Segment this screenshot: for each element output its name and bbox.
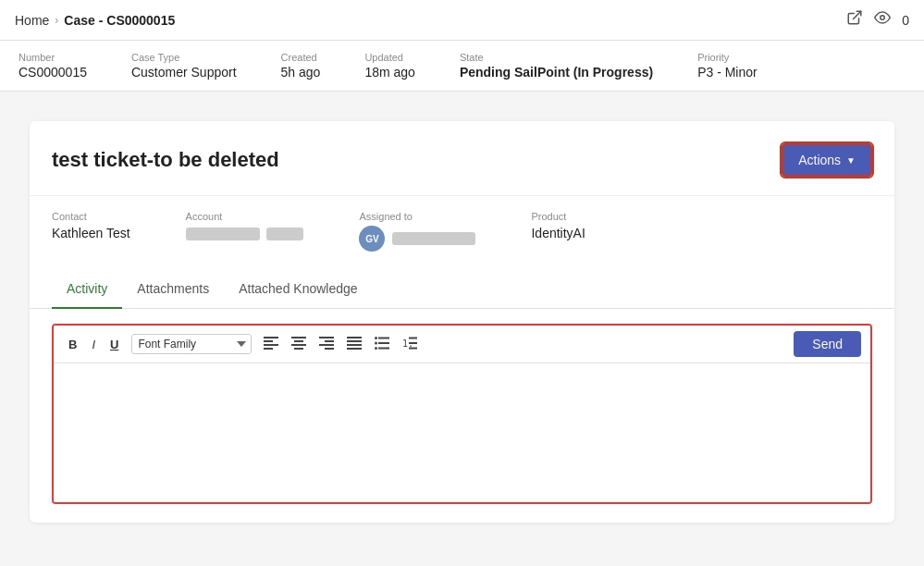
svg-rect-17	[347, 348, 362, 350]
case-number-value: CS0000015	[18, 65, 87, 80]
actions-caret: ▼	[846, 155, 856, 166]
svg-rect-11	[325, 340, 334, 342]
case-type-value: Customer Support	[131, 65, 237, 80]
unordered-list-button[interactable]	[370, 333, 394, 356]
svg-rect-9	[294, 348, 303, 350]
svg-point-22	[375, 347, 377, 350]
assigned-label: Assigned to	[359, 211, 475, 222]
created-label: Created	[281, 52, 321, 63]
svg-rect-6	[291, 337, 306, 338]
account-blurred-2	[266, 228, 303, 240]
svg-rect-15	[347, 340, 362, 342]
tabs-section: Activity Attachments Attached Knowledge	[30, 270, 894, 309]
actions-label: Actions	[798, 153, 841, 167]
state-label: State	[460, 52, 653, 63]
case-number-field: Number CS0000015	[18, 52, 87, 80]
external-link-icon[interactable]	[846, 9, 863, 31]
svg-rect-10	[319, 337, 334, 338]
tab-activity[interactable]: Activity	[52, 270, 122, 309]
font-family-select[interactable]: Font Family Arial Georgia Times New Roma…	[131, 334, 252, 354]
priority-field: Priority P3 - Minor	[697, 52, 758, 80]
state-value: Pending SailPoint (In Progress)	[460, 65, 653, 80]
page-title: Case - CS0000015	[64, 13, 175, 28]
editor-body[interactable]	[54, 363, 870, 502]
contact-details-row: Contact Kathleen Test Account Assigned t…	[30, 196, 894, 270]
product-field: Product IdentityAI	[531, 211, 585, 252]
updated-label: Updated	[364, 52, 414, 63]
svg-point-1	[881, 16, 885, 20]
svg-rect-21	[378, 342, 389, 344]
created-value: 5h ago	[281, 65, 321, 80]
contact-label: Contact	[52, 211, 130, 222]
editor-toolbar: B I U Font Family Arial Georgia Times Ne…	[54, 326, 870, 363]
tab-attachments[interactable]: Attachments	[122, 270, 224, 309]
align-justify-button[interactable]	[342, 333, 366, 356]
case-type-field: Case Type Customer Support	[131, 52, 237, 80]
svg-rect-27	[409, 347, 417, 349]
top-bar-actions: 0	[846, 9, 909, 31]
align-center-button[interactable]	[287, 333, 311, 356]
ticket-header: test ticket-to be deleted Actions ▼	[30, 121, 894, 196]
breadcrumb-separator: ›	[55, 14, 58, 27]
svg-line-0	[854, 11, 861, 18]
eye-icon[interactable]	[874, 9, 891, 31]
svg-rect-3	[264, 340, 273, 342]
state-field: State Pending SailPoint (In Progress)	[460, 52, 653, 80]
svg-rect-2	[264, 337, 278, 338]
svg-point-20	[375, 341, 377, 344]
svg-point-18	[375, 337, 377, 339]
product-label: Product	[531, 211, 585, 222]
svg-rect-12	[319, 344, 334, 346]
priority-label: Priority	[697, 52, 758, 63]
account-value	[186, 226, 304, 240]
priority-value: P3 - Minor	[697, 65, 758, 80]
account-blurred	[186, 228, 260, 240]
svg-rect-16	[347, 344, 362, 346]
svg-rect-25	[409, 337, 417, 338]
actions-button[interactable]: Actions ▼	[782, 143, 872, 177]
svg-rect-5	[264, 348, 273, 350]
bold-button[interactable]: B	[63, 334, 82, 355]
align-right-button[interactable]	[314, 333, 339, 356]
case-number-label: Number	[18, 52, 87, 63]
italic-button[interactable]: I	[86, 334, 101, 355]
svg-rect-19	[378, 337, 389, 338]
assigned-blurred	[392, 232, 475, 245]
case-type-label: Case Type	[131, 52, 237, 63]
tab-attached-knowledge[interactable]: Attached Knowledge	[224, 270, 372, 309]
editor-section: B I U Font Family Arial Georgia Times Ne…	[30, 309, 894, 523]
underline-button[interactable]: U	[105, 334, 124, 355]
avatar: GV	[359, 226, 385, 252]
align-left-button[interactable]	[259, 333, 283, 356]
contact-value: Kathleen Test	[52, 226, 130, 240]
send-button[interactable]: Send	[794, 331, 861, 357]
home-link[interactable]: Home	[15, 13, 49, 28]
assigned-row: GV	[359, 226, 475, 252]
svg-rect-4	[264, 344, 278, 346]
account-label: Account	[186, 211, 304, 222]
product-value: IdentityAI	[531, 226, 585, 240]
editor-wrapper: B I U Font Family Arial Georgia Times Ne…	[52, 324, 872, 504]
ordered-list-button[interactable]: 1.	[398, 333, 422, 356]
main-card: test ticket-to be deleted Actions ▼ Cont…	[30, 121, 894, 523]
ticket-title: test ticket-to be deleted	[52, 148, 279, 172]
svg-rect-26	[409, 342, 417, 344]
case-metadata-bar: Number CS0000015 Case Type Customer Supp…	[0, 41, 924, 92]
updated-field: Updated 18m ago	[364, 52, 414, 80]
assigned-field: Assigned to GV	[359, 211, 475, 252]
top-navigation-bar: Home › Case - CS0000015 0	[0, 0, 924, 41]
svg-rect-8	[291, 344, 306, 346]
created-field: Created 5h ago	[281, 52, 321, 80]
svg-rect-7	[294, 340, 303, 342]
breadcrumb: Home › Case - CS0000015	[15, 13, 175, 28]
account-field: Account	[186, 211, 304, 252]
view-count: 0	[902, 13, 909, 28]
contact-field: Contact Kathleen Test	[52, 211, 130, 252]
updated-value: 18m ago	[364, 65, 414, 80]
svg-rect-23	[378, 347, 389, 349]
svg-rect-14	[347, 337, 362, 338]
svg-rect-13	[325, 348, 334, 350]
